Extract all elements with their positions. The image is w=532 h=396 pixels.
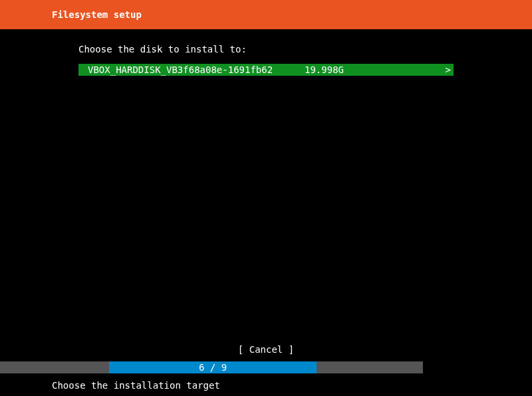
progress-text: 6 / 9 <box>199 362 227 373</box>
progress-segment-remaining <box>317 361 423 373</box>
progress-bar: 6 / 9 <box>0 361 532 373</box>
disk-size-label: 19.998G <box>305 64 344 75</box>
page-title: Filesystem setup <box>52 9 142 20</box>
main-content: Choose the disk to install to: VBOX_HARD… <box>0 29 532 76</box>
chevron-right-icon: > <box>446 64 451 75</box>
cancel-row: [ Cancel ] <box>0 344 532 355</box>
disk-option[interactable]: VBOX_HARDDISK_VB3f68a08e-1691fb62 19.998… <box>78 64 454 76</box>
progress-segment-end <box>423 361 532 373</box>
header-bar: Filesystem setup <box>0 0 532 29</box>
disk-name-label: VBOX_HARDDISK_VB3f68a08e-1691fb62 <box>88 64 273 75</box>
prompt-text: Choose the disk to install to: <box>78 44 454 54</box>
cancel-button[interactable]: [ Cancel ] <box>238 344 294 355</box>
footer-hint: Choose the installation target <box>52 380 220 391</box>
progress-segment-current: 6 / 9 <box>109 361 317 373</box>
progress-segment-done <box>0 361 109 373</box>
